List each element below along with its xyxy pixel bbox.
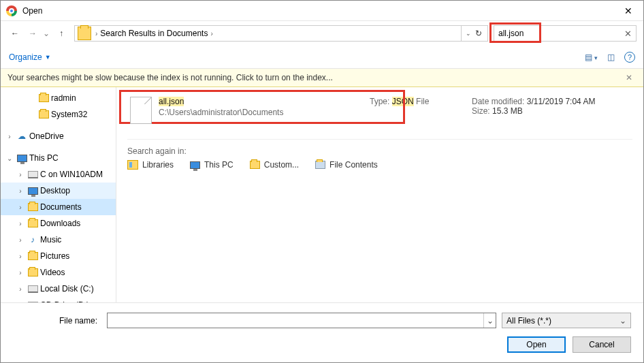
filetype-filter-label: All Files (*.*): [506, 316, 551, 326]
search-input[interactable]: [498, 29, 624, 38]
tree-item-label: This PC: [29, 153, 59, 163]
drive-icon: [27, 283, 39, 294]
clear-search-button[interactable]: ✕: [624, 29, 632, 39]
search-again-libraries[interactable]: Libraries: [127, 160, 174, 170]
drive-icon: [27, 169, 39, 180]
folder-icon: [27, 218, 39, 229]
view-options-button[interactable]: ▤ ▾: [585, 52, 598, 62]
result-filename: all.json: [159, 97, 363, 106]
tree-item-c-on-win10adm[interactable]: ›C on WIN10ADM: [1, 166, 116, 183]
tree-item-label: Music: [40, 235, 61, 244]
chrome-icon: [6, 5, 17, 16]
search-again-label: Libraries: [142, 160, 174, 170]
tree-item-label: Pictures: [40, 251, 69, 261]
breadcrumb[interactable]: › Search Results in Documents › ⌄ ↻: [74, 25, 488, 42]
tree-item-downloads[interactable]: ›Downloads: [1, 215, 116, 232]
search-input-wrapper[interactable]: ✕: [494, 25, 637, 42]
music-icon: ♪: [27, 234, 39, 245]
refresh-button[interactable]: ↻: [475, 29, 482, 38]
monitor-icon: [16, 153, 28, 163]
tree-item-system32[interactable]: System32: [1, 106, 116, 123]
help-button[interactable]: ?: [624, 52, 635, 63]
organize-label: Organize: [9, 52, 42, 62]
search-again-file-contents[interactable]: File Contents: [315, 160, 378, 170]
search-again-label: Custom...: [264, 160, 299, 170]
tree-twisty[interactable]: ⌄: [5, 155, 14, 162]
result-type: Type: JSON File: [370, 97, 465, 106]
folder-icon: [37, 93, 50, 104]
tree-item-radmin[interactable]: radmin: [1, 90, 116, 106]
tree-item-pictures[interactable]: ›Pictures: [1, 248, 116, 264]
infobar-message: Your searches might be slow because the …: [7, 73, 622, 82]
tree-item-label: OneDrive: [29, 131, 64, 141]
tree-item-this-pc[interactable]: ⌄This PC: [1, 150, 116, 166]
cancel-button[interactable]: Cancel: [573, 336, 631, 353]
tree-item-music[interactable]: ›♪Music: [1, 232, 116, 248]
tree-twisty[interactable]: ›: [16, 171, 25, 178]
tree-item-cd-drive-d-[interactable]: ›CD Drive (D:): [1, 297, 116, 302]
tree-item-label: Local Disk (C:): [40, 284, 94, 294]
folder-icon: [27, 202, 39, 212]
tree-twisty[interactable]: ›: [16, 187, 25, 195]
folder-icon: [37, 109, 50, 120]
breadcrumb-segment[interactable]: Search Results in Documents: [100, 29, 208, 38]
tree-item-label: Downloads: [40, 219, 80, 228]
search-again-custom-[interactable]: Custom...: [250, 160, 299, 170]
tree-item-label: Desktop: [40, 186, 70, 195]
monitor-icon: [27, 185, 39, 196]
chevron-down-icon: ⌄: [619, 316, 626, 326]
chevron-right-icon: ›: [208, 30, 215, 37]
preview-pane-button[interactable]: ◫: [607, 52, 615, 62]
result-meta: Date modified: 3/11/2019 7:04 AM Size: 1…: [472, 97, 595, 116]
filename-input[interactable]: ⌄: [107, 313, 496, 328]
tree-item-onedrive[interactable]: ›☁OneDrive: [1, 128, 116, 144]
tree-twisty[interactable]: ›: [16, 236, 25, 244]
forward-button[interactable]: →: [25, 26, 40, 41]
chevron-down-icon[interactable]: ⌄: [483, 313, 496, 328]
tree-twisty[interactable]: ›: [5, 133, 14, 140]
tree-twisty[interactable]: ›: [16, 253, 25, 260]
tree-twisty[interactable]: ›: [16, 285, 25, 293]
result-path: C:\Users\administrator\Documents: [159, 108, 363, 117]
index-warning-bar[interactable]: Your searches might be slow because the …: [1, 69, 643, 87]
tree-item-documents[interactable]: ›Documents: [1, 199, 116, 215]
tree-twisty[interactable]: ›: [16, 204, 25, 211]
tree-twisty[interactable]: ›: [16, 220, 25, 227]
chevron-down-icon: ▼: [45, 54, 51, 61]
search-again-label: Search again in:: [127, 146, 632, 156]
organize-menu[interactable]: Organize ▼: [9, 52, 51, 62]
search-again-this-pc[interactable]: This PC: [190, 160, 234, 170]
nav-tree[interactable]: radminSystem32›☁OneDrive⌄This PC›C on WI…: [1, 87, 116, 302]
tree-item-label: Documents: [40, 202, 82, 212]
close-button[interactable]: ✕: [613, 1, 643, 21]
tree-item-local-disk-c-[interactable]: ›Local Disk (C:): [1, 281, 116, 297]
file-icon: [130, 97, 152, 124]
back-button[interactable]: ←: [7, 26, 22, 41]
tree-item-label: System32: [51, 110, 87, 119]
search-result-row[interactable]: all.json C:\Users\administrator\Document…: [127, 93, 632, 128]
tree-item-videos[interactable]: ›Videos: [1, 264, 116, 281]
search-again-label: File Contents: [329, 160, 378, 170]
chevron-right-icon: ›: [93, 30, 100, 37]
tree-item-label: radmin: [51, 93, 76, 103]
folder-icon: [27, 267, 39, 278]
tree-twisty[interactable]: ›: [16, 269, 25, 277]
tree-item-label: Videos: [40, 268, 65, 277]
breadcrumb-dropdown[interactable]: ⌄: [466, 30, 471, 37]
tree-item-label: C on WIN10ADM: [40, 170, 103, 179]
filename-label: File name:: [13, 316, 101, 326]
folder-icon: [78, 27, 91, 40]
open-button[interactable]: Open: [507, 336, 566, 353]
folder-icon: [27, 251, 39, 262]
history-dropdown[interactable]: ⌄: [43, 29, 51, 38]
filetype-filter[interactable]: All Files (*.*) ⌄: [502, 313, 631, 328]
window-title: Open: [22, 6, 613, 16]
tree-item-desktop[interactable]: ›Desktop: [1, 183, 116, 199]
search-again-label: This PC: [204, 160, 234, 170]
cloud-icon: ☁: [16, 131, 28, 142]
infobar-close-button[interactable]: ✕: [622, 73, 637, 82]
up-button[interactable]: ↑: [54, 26, 69, 41]
